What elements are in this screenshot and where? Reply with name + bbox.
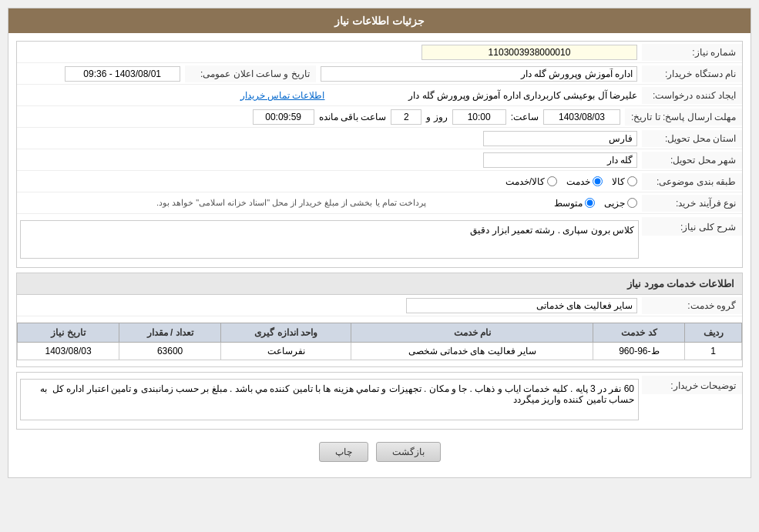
buyer-org-label: نام دستگاه خریدار:	[642, 65, 742, 82]
deadline-days-label: روز و	[426, 112, 447, 122]
creator-text: علیرضا آل بوعیشی کاربرداری اداره آموزش و…	[408, 90, 637, 101]
province-input[interactable]	[483, 131, 637, 146]
page-header: جزئیات اطلاعات نیاز	[8, 8, 751, 33]
service-group-row: گروه خدمت:	[17, 295, 742, 316]
page-title: جزئیات اطلاعات نیاز	[334, 15, 425, 27]
purchase-type-note: پرداخت تمام یا بخشی از مبلغ خریدار از مح…	[156, 198, 426, 207]
category-kala-khedmat-radio[interactable]	[547, 176, 557, 186]
announce-datetime-label: تاریخ و ساعت اعلان عمومی:	[185, 65, 316, 82]
services-section: اطلاعات خدمات مورد نیاز گروه خدمت: ردیف	[16, 273, 743, 367]
buyer-org-row: نام دستگاه خریدار: تاریخ و ساعت اعلان عم…	[17, 63, 742, 85]
table-row: 1 ط-96-960 سایر فعالیت های خدماتی شخصی ن…	[18, 343, 742, 360]
category-khedmat[interactable]: خدمت	[566, 176, 603, 187]
category-kala-label: کالا	[612, 176, 625, 187]
col-service-code: کد خدمت	[593, 323, 685, 343]
cell-unit: نفرساعت	[221, 343, 351, 360]
type-motavasset-label: متوسط	[554, 198, 583, 209]
deadline-remaining-label: ساعت باقی مانده	[319, 112, 387, 122]
category-label: طبقه بندی موضوعی:	[642, 173, 742, 190]
buyer-notes-value: 60 نفر در 3 پایه . کلیه خدمات اياب و ذها…	[17, 376, 642, 426]
city-value	[17, 150, 642, 170]
buyer-org-value	[316, 64, 642, 84]
general-desc-textarea[interactable]: کلاس برون سپاری . رشته تعمیر ابزار دقیق	[20, 220, 639, 259]
creator-label: ایجاد کننده درخواست:	[642, 87, 742, 104]
general-desc-row: شرح کلی نیاز: کلاس برون سپاری . رشته تعم…	[17, 214, 742, 267]
category-khedmat-label: خدمت	[566, 176, 590, 187]
main-form-section: شماره نیاز: نام دستگاه خریدار: تاریخ و س…	[16, 41, 743, 268]
order-number-input[interactable]	[421, 45, 637, 60]
col-date: تاریخ نیاز	[18, 323, 119, 343]
general-desc-value: کلاس برون سپاری . رشته تعمیر ابزار دقیق	[17, 217, 642, 264]
services-section-title: اطلاعات خدمات مورد نیاز	[17, 273, 742, 295]
purchase-type-label: نوع فرآیند خرید:	[642, 195, 742, 212]
buyer-notes-section: توضیحات خریدار: 60 نفر در 3 پایه . کلیه …	[16, 372, 743, 430]
contact-info-link[interactable]: اطلاعات تماس خریدار	[240, 90, 325, 101]
deadline-values: ساعت: روز و ساعت باقی مانده	[17, 107, 625, 127]
table-header-row: ردیف کد خدمت نام خدمت واحد اندازه گیری ت…	[18, 323, 742, 343]
buyer-notes-label: توضیحات خریدار:	[642, 376, 742, 394]
cell-quantity: 63600	[119, 343, 221, 360]
order-number-label: شماره نیاز:	[642, 44, 742, 61]
announce-datetime-input[interactable]	[65, 66, 180, 82]
type-jozi-radio[interactable]	[627, 198, 637, 208]
creator-row: ایجاد کننده درخواست: علیرضا آل بوعیشی کا…	[17, 85, 742, 106]
category-options: کالا خدمت کالا/خدمت	[17, 174, 642, 189]
col-service-name: نام خدمت	[351, 323, 593, 343]
buyer-org-input[interactable]	[321, 66, 637, 82]
city-label: شهر محل تحویل:	[642, 152, 742, 169]
deadline-days-input[interactable]	[391, 109, 421, 125]
purchase-type-options: جزیی متوسط	[431, 196, 642, 211]
cell-date: 1403/08/03	[18, 343, 119, 360]
buyer-notes-row: توضیحات خریدار: 60 نفر در 3 پایه . کلیه …	[17, 373, 742, 429]
province-label: استان محل تحویل:	[642, 130, 742, 147]
buttons-row: بازگشت چاپ	[16, 434, 743, 470]
deadline-remaining-input[interactable]	[253, 109, 314, 125]
deadline-date-input[interactable]	[543, 109, 620, 125]
order-number-value	[17, 42, 642, 62]
col-quantity: تعداد / مقدار	[119, 323, 221, 343]
services-table-section: ردیف کد خدمت نام خدمت واحد اندازه گیری ت…	[17, 323, 742, 360]
cell-service-code: ط-96-960	[593, 343, 685, 360]
purchase-type-row: نوع فرآیند خرید: جزیی متوسط	[17, 192, 742, 214]
deadline-time-label: ساعت:	[511, 112, 539, 122]
category-kala-radio[interactable]	[627, 176, 637, 186]
category-kala-khedmat[interactable]: کالا/خدمت	[505, 176, 557, 187]
type-jozi-label: جزیی	[604, 198, 625, 209]
category-kala[interactable]: کالا	[612, 176, 637, 187]
category-kala-khedmat-label: کالا/خدمت	[505, 176, 545, 187]
general-desc-label: شرح کلی نیاز:	[642, 217, 742, 236]
type-jozi[interactable]: جزیی	[604, 198, 637, 209]
deadline-label: مهلت ارسال پاسخ: تا تاریخ:	[625, 109, 742, 125]
category-row: طبقه بندی موضوعی: کالا خدمت	[17, 171, 742, 192]
service-group-label: گروه خدمت:	[642, 297, 742, 314]
service-group-value	[17, 296, 642, 316]
category-khedmat-radio[interactable]	[593, 176, 603, 186]
province-value	[17, 129, 642, 149]
city-row: شهر محل تحویل:	[17, 149, 742, 171]
deadline-row: مهلت ارسال پاسخ: تا تاریخ: ساعت: روز و س…	[17, 106, 742, 128]
service-group-input[interactable]	[406, 298, 637, 313]
province-row: استان محل تحویل:	[17, 128, 742, 149]
cell-service-name: سایر فعالیت های خدماتی شخصی	[351, 343, 593, 360]
type-motavasset[interactable]: متوسط	[554, 198, 595, 209]
city-input[interactable]	[483, 152, 637, 168]
cell-row-num: 1	[685, 343, 742, 360]
buyer-notes-textarea[interactable]: 60 نفر در 3 پایه . کلیه خدمات اياب و ذها…	[20, 379, 639, 420]
page-wrapper: جزئیات اطلاعات نیاز شماره نیاز: نام دستگ…	[0, 0, 759, 486]
contact-link-cell: اطلاعات تماس خریدار	[17, 88, 330, 103]
announce-datetime-value	[17, 64, 185, 84]
services-table: ردیف کد خدمت نام خدمت واحد اندازه گیری ت…	[17, 323, 742, 360]
print-button[interactable]: چاپ	[319, 442, 368, 462]
order-number-row: شماره نیاز:	[17, 42, 742, 63]
main-container: جزئیات اطلاعات نیاز شماره نیاز: نام دستگ…	[8, 8, 751, 478]
creator-value: علیرضا آل بوعیشی کاربرداری اداره آموزش و…	[330, 88, 643, 103]
col-row-num: ردیف	[685, 323, 742, 343]
deadline-time-input[interactable]	[452, 109, 506, 125]
type-motavasset-radio[interactable]	[585, 198, 595, 208]
purchase-type-note-cell: پرداخت تمام یا بخشی از مبلغ خریدار از مح…	[17, 196, 431, 210]
content-area: شماره نیاز: نام دستگاه خریدار: تاریخ و س…	[8, 33, 751, 477]
back-button[interactable]: بازگشت	[376, 442, 441, 462]
col-unit: واحد اندازه گیری	[221, 323, 351, 343]
